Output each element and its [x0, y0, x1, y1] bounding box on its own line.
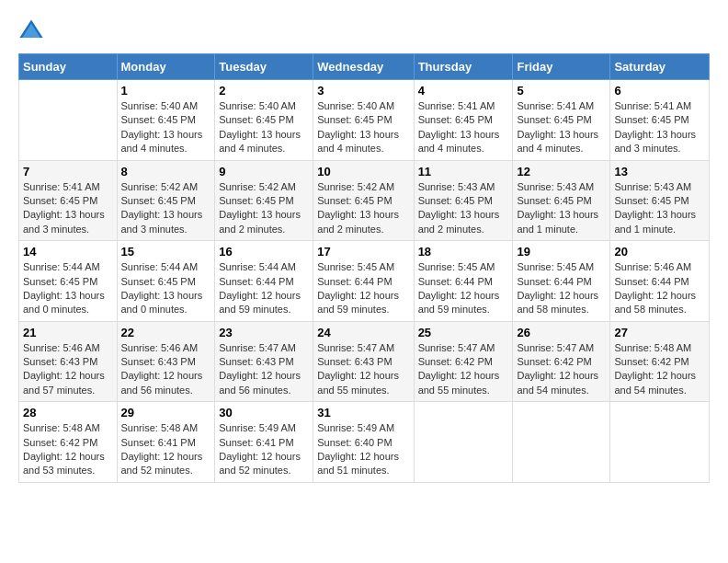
day-number: 14: [23, 245, 113, 259]
calendar-cell: 4 Sunrise: 5:41 AM Sunset: 6:45 PM Dayli…: [414, 80, 513, 161]
day-number: 15: [121, 245, 211, 259]
daylight-text: Daylight: 12 hours and 57 minutes.: [23, 370, 105, 395]
daylight-text: Daylight: 12 hours and 58 minutes.: [614, 290, 696, 315]
day-info: Sunrise: 5:44 AM Sunset: 6:44 PM Dayligh…: [219, 260, 309, 317]
sunset-text: Sunset: 6:40 PM: [317, 437, 392, 448]
day-info: Sunrise: 5:47 AM Sunset: 6:43 PM Dayligh…: [317, 341, 409, 398]
sunrise-text: Sunrise: 5:40 AM: [219, 100, 296, 111]
sunrise-text: Sunrise: 5:48 AM: [23, 422, 100, 433]
day-info: Sunrise: 5:43 AM Sunset: 6:45 PM Dayligh…: [418, 180, 509, 237]
daylight-text: Daylight: 13 hours and 4 minutes.: [121, 129, 203, 154]
sunset-text: Sunset: 6:44 PM: [614, 276, 688, 287]
calendar-cell: 23 Sunrise: 5:47 AM Sunset: 6:43 PM Dayl…: [215, 321, 313, 402]
calendar-cell: [19, 80, 118, 161]
daylight-text: Daylight: 12 hours and 55 minutes.: [317, 370, 399, 395]
calendar-cell: 8 Sunrise: 5:42 AM Sunset: 6:45 PM Dayli…: [117, 160, 215, 241]
daylight-text: Daylight: 13 hours and 3 minutes.: [23, 209, 105, 234]
calendar-table: SundayMondayTuesdayWednesdayThursdayFrid…: [18, 53, 710, 483]
daylight-text: Daylight: 12 hours and 59 minutes.: [219, 290, 301, 315]
calendar-cell: 2 Sunrise: 5:40 AM Sunset: 6:45 PM Dayli…: [215, 80, 313, 161]
sunset-text: Sunset: 6:44 PM: [317, 276, 392, 287]
header-day: Sunday: [19, 54, 118, 80]
sunrise-text: Sunrise: 5:48 AM: [614, 342, 691, 353]
calendar-cell: 21 Sunrise: 5:46 AM Sunset: 6:43 PM Dayl…: [19, 321, 118, 402]
sunset-text: Sunset: 6:45 PM: [121, 276, 196, 287]
sunrise-text: Sunrise: 5:46 AM: [614, 261, 691, 272]
day-number: 29: [121, 406, 211, 419]
header-day: Tuesday: [215, 54, 313, 80]
day-info: Sunrise: 5:41 AM Sunset: 6:45 PM Dayligh…: [418, 99, 509, 156]
sunset-text: Sunset: 6:45 PM: [23, 276, 97, 287]
sunrise-text: Sunrise: 5:46 AM: [23, 342, 100, 353]
day-info: Sunrise: 5:44 AM Sunset: 6:45 PM Dayligh…: [23, 260, 113, 317]
daylight-text: Daylight: 12 hours and 56 minutes.: [219, 370, 301, 395]
sunrise-text: Sunrise: 5:47 AM: [517, 342, 594, 353]
sunrise-text: Sunrise: 5:49 AM: [317, 422, 394, 433]
sunrise-text: Sunrise: 5:42 AM: [121, 181, 199, 192]
calendar-cell: 5 Sunrise: 5:41 AM Sunset: 6:45 PM Dayli…: [513, 80, 610, 161]
sunset-text: Sunset: 6:44 PM: [219, 276, 293, 287]
day-info: Sunrise: 5:42 AM Sunset: 6:45 PM Dayligh…: [219, 180, 309, 237]
logo: [18, 18, 48, 44]
day-number: 25: [418, 326, 509, 339]
sunset-text: Sunset: 6:43 PM: [317, 356, 392, 367]
calendar-cell: 10 Sunrise: 5:42 AM Sunset: 6:45 PM Dayl…: [313, 160, 414, 241]
header-day: Monday: [117, 54, 215, 80]
calendar-cell: [610, 402, 710, 483]
sunset-text: Sunset: 6:42 PM: [23, 437, 97, 448]
day-number: 6: [614, 84, 705, 98]
calendar-cell: 7 Sunrise: 5:41 AM Sunset: 6:45 PM Dayli…: [19, 160, 118, 241]
sunrise-text: Sunrise: 5:40 AM: [317, 100, 394, 111]
daylight-text: Daylight: 12 hours and 53 minutes.: [23, 451, 105, 476]
sunset-text: Sunset: 6:45 PM: [121, 195, 196, 206]
day-number: 9: [219, 165, 309, 178]
sunrise-text: Sunrise: 5:46 AM: [121, 342, 199, 353]
header-row: SundayMondayTuesdayWednesdayThursdayFrid…: [19, 54, 710, 80]
sunset-text: Sunset: 6:45 PM: [23, 195, 97, 206]
calendar-cell: 3 Sunrise: 5:40 AM Sunset: 6:45 PM Dayli…: [313, 80, 414, 161]
day-info: Sunrise: 5:48 AM Sunset: 6:42 PM Dayligh…: [614, 341, 705, 398]
calendar-cell: 25 Sunrise: 5:47 AM Sunset: 6:42 PM Dayl…: [414, 321, 513, 402]
sunrise-text: Sunrise: 5:45 AM: [418, 261, 495, 272]
day-number: 21: [23, 326, 113, 339]
calendar-cell: 15 Sunrise: 5:44 AM Sunset: 6:45 PM Dayl…: [117, 241, 215, 322]
daylight-text: Daylight: 13 hours and 4 minutes.: [517, 129, 598, 154]
day-number: 31: [317, 406, 409, 419]
sunset-text: Sunset: 6:45 PM: [517, 195, 591, 206]
day-info: Sunrise: 5:42 AM Sunset: 6:45 PM Dayligh…: [121, 180, 211, 237]
day-info: Sunrise: 5:48 AM Sunset: 6:42 PM Dayligh…: [23, 421, 113, 478]
sunset-text: Sunset: 6:45 PM: [317, 114, 392, 125]
calendar-week-row: 21 Sunrise: 5:46 AM Sunset: 6:43 PM Dayl…: [19, 321, 710, 402]
sunset-text: Sunset: 6:42 PM: [614, 356, 688, 367]
day-number: 8: [121, 165, 211, 178]
calendar-cell: 9 Sunrise: 5:42 AM Sunset: 6:45 PM Dayli…: [215, 160, 313, 241]
day-info: Sunrise: 5:47 AM Sunset: 6:43 PM Dayligh…: [219, 341, 309, 398]
calendar-cell: [414, 402, 513, 483]
calendar-cell: 11 Sunrise: 5:43 AM Sunset: 6:45 PM Dayl…: [414, 160, 513, 241]
daylight-text: Daylight: 12 hours and 59 minutes.: [317, 290, 399, 315]
day-number: 28: [23, 406, 113, 419]
sunset-text: Sunset: 6:45 PM: [614, 114, 688, 125]
day-number: 7: [23, 165, 113, 178]
calendar-cell: 29 Sunrise: 5:48 AM Sunset: 6:41 PM Dayl…: [117, 402, 215, 483]
daylight-text: Daylight: 13 hours and 2 minutes.: [219, 209, 301, 234]
sunset-text: Sunset: 6:42 PM: [418, 356, 493, 367]
daylight-text: Daylight: 12 hours and 54 minutes.: [517, 370, 598, 395]
sunset-text: Sunset: 6:44 PM: [517, 276, 591, 287]
sunrise-text: Sunrise: 5:43 AM: [418, 181, 495, 192]
calendar-cell: 12 Sunrise: 5:43 AM Sunset: 6:45 PM Dayl…: [513, 160, 610, 241]
day-number: 3: [317, 84, 409, 98]
day-info: Sunrise: 5:41 AM Sunset: 6:45 PM Dayligh…: [23, 180, 113, 237]
day-number: 23: [219, 326, 309, 339]
calendar-cell: 31 Sunrise: 5:49 AM Sunset: 6:40 PM Dayl…: [313, 402, 414, 483]
day-info: Sunrise: 5:47 AM Sunset: 6:42 PM Dayligh…: [418, 341, 509, 398]
calendar-cell: 20 Sunrise: 5:46 AM Sunset: 6:44 PM Dayl…: [610, 241, 710, 322]
day-number: 16: [219, 245, 309, 259]
sunset-text: Sunset: 6:41 PM: [121, 437, 196, 448]
daylight-text: Daylight: 12 hours and 52 minutes.: [219, 451, 301, 476]
sunset-text: Sunset: 6:43 PM: [219, 356, 293, 367]
day-number: 11: [418, 165, 509, 178]
daylight-text: Daylight: 13 hours and 2 minutes.: [317, 209, 399, 234]
calendar-cell: 17 Sunrise: 5:45 AM Sunset: 6:44 PM Dayl…: [313, 241, 414, 322]
calendar-week-row: 14 Sunrise: 5:44 AM Sunset: 6:45 PM Dayl…: [19, 241, 710, 322]
